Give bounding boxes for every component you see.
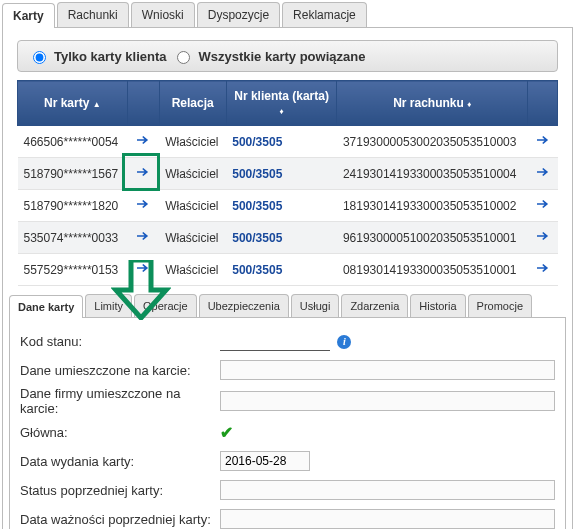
- cell-client-no[interactable]: 500/3505: [226, 254, 337, 286]
- cell-account-no: 18193014193300035053510002: [337, 190, 528, 222]
- info-icon[interactable]: i: [337, 335, 351, 349]
- label-glowna: Główna:: [20, 425, 220, 440]
- input-dane-karcie[interactable]: [220, 360, 555, 380]
- sort-asc-icon: ▲: [93, 101, 101, 109]
- cell-relation: Właściciel: [159, 158, 226, 190]
- arrow-right-icon[interactable]: [534, 195, 552, 213]
- radio-all-linked[interactable]: [177, 51, 190, 64]
- detail-tab-operacje[interactable]: Operacje: [134, 294, 197, 317]
- radio-only-client-label: Tylko karty klienta: [54, 49, 166, 64]
- detail-tab-historia[interactable]: Historia: [410, 294, 465, 317]
- cell-card-no: 557529******0153: [18, 254, 128, 286]
- sort-icon: ♦: [280, 108, 284, 116]
- radio-all-linked-label: Wszystkie karty powiązane: [198, 49, 365, 64]
- cell-card-no: 535074******0033: [18, 222, 128, 254]
- input-data-wydania[interactable]: [220, 451, 310, 471]
- cell-client-no[interactable]: 500/3505: [226, 158, 337, 190]
- cell-relation: Właściciel: [159, 190, 226, 222]
- table-row: 557529******0153Właściciel500/3505081930…: [18, 254, 558, 286]
- top-tabs: Karty Rachunki Wnioski Dyspozycje Reklam…: [2, 2, 573, 27]
- cell-client-no[interactable]: 500/3505: [226, 222, 337, 254]
- detail-tabs: Dane karty Limity Operacje Ubezpieczenia…: [9, 294, 566, 317]
- th-action: [127, 81, 159, 126]
- cell-account-no: 08193014193300035053510001: [337, 254, 528, 286]
- input-kod-stanu[interactable]: [220, 331, 330, 351]
- th-client-no[interactable]: Nr klienta (karta) ♦: [226, 81, 337, 126]
- table-row: 466506******0054Właściciel500/3505371930…: [18, 126, 558, 158]
- cell-relation: Właściciel: [159, 254, 226, 286]
- cell-account-no: 24193014193300035053510004: [337, 158, 528, 190]
- arrow-right-icon[interactable]: [534, 163, 552, 181]
- th-card-no[interactable]: Nr karty ▲: [18, 81, 128, 126]
- input-data-waznosci[interactable]: [220, 509, 555, 529]
- tab-reklamacje[interactable]: Reklamacje: [282, 2, 367, 27]
- table-row: 518790******1820Właściciel500/3505181930…: [18, 190, 558, 222]
- check-icon: ✔: [220, 424, 233, 441]
- cell-card-no: 466506******0054: [18, 126, 128, 158]
- detail-tab-dane-karty[interactable]: Dane karty: [9, 295, 83, 318]
- tab-rachunki[interactable]: Rachunki: [57, 2, 129, 27]
- cell-relation: Właściciel: [159, 222, 226, 254]
- radio-only-client[interactable]: [33, 51, 46, 64]
- label-dane-karcie: Dane umieszczone na karcie:: [20, 363, 220, 378]
- th-account-no[interactable]: Nr rachunku ♦: [337, 81, 528, 126]
- label-kod-stanu: Kod stanu:: [20, 334, 220, 349]
- cards-panel: Tylko karty klienta Wszystkie karty powi…: [2, 27, 573, 529]
- detail-tab-uslugi[interactable]: Usługi: [291, 294, 340, 317]
- th-relation[interactable]: Relacja: [159, 81, 226, 126]
- arrow-right-icon[interactable]: [534, 259, 552, 277]
- arrow-right-icon[interactable]: [134, 163, 152, 181]
- table-row: 535074******0033Właściciel500/3505961930…: [18, 222, 558, 254]
- label-dane-firmy: Dane firmy umieszczone na karcie:: [20, 386, 220, 416]
- arrow-right-icon[interactable]: [134, 131, 152, 149]
- label-status-poprzedniej: Status poprzedniej karty:: [20, 483, 220, 498]
- filter-bar: Tylko karty klienta Wszystkie karty powi…: [17, 40, 558, 72]
- table-row: 518790******1567Właściciel500/3505241930…: [18, 158, 558, 190]
- cell-client-no[interactable]: 500/3505: [226, 126, 337, 158]
- detail-tab-ubezpieczenia[interactable]: Ubezpieczenia: [199, 294, 289, 317]
- cell-card-no: 518790******1567: [18, 158, 128, 190]
- detail-tab-promocje[interactable]: Promocje: [468, 294, 532, 317]
- sort-icon: ♦: [467, 101, 471, 109]
- label-data-wydania: Data wydania karty:: [20, 454, 220, 469]
- cell-client-no[interactable]: 500/3505: [226, 190, 337, 222]
- th-action2: [528, 81, 558, 126]
- detail-tab-zdarzenia[interactable]: Zdarzenia: [341, 294, 408, 317]
- detail-tab-limity[interactable]: Limity: [85, 294, 132, 317]
- tab-wnioski[interactable]: Wnioski: [131, 2, 195, 27]
- cell-account-no: 96193000051002035053510001: [337, 222, 528, 254]
- cell-relation: Właściciel: [159, 126, 226, 158]
- tab-dyspozycje[interactable]: Dyspozycje: [197, 2, 280, 27]
- tab-karty[interactable]: Karty: [2, 3, 55, 28]
- arrow-right-icon[interactable]: [134, 227, 152, 245]
- arrow-right-icon[interactable]: [134, 259, 152, 277]
- cards-table: Nr karty ▲ Relacja Nr klienta (karta) ♦ …: [17, 80, 558, 286]
- input-dane-firmy[interactable]: [220, 391, 555, 411]
- arrow-right-icon[interactable]: [534, 131, 552, 149]
- input-status-poprzedniej[interactable]: [220, 480, 555, 500]
- cell-card-no: 518790******1820: [18, 190, 128, 222]
- arrow-right-icon[interactable]: [134, 195, 152, 213]
- arrow-right-icon[interactable]: [534, 227, 552, 245]
- label-data-waznosci: Data ważności poprzedniej karty:: [20, 512, 220, 527]
- cell-account-no: 37193000053002035053510003: [337, 126, 528, 158]
- detail-panel: Kod stanu: i Dane umieszczone na karcie:…: [9, 317, 566, 529]
